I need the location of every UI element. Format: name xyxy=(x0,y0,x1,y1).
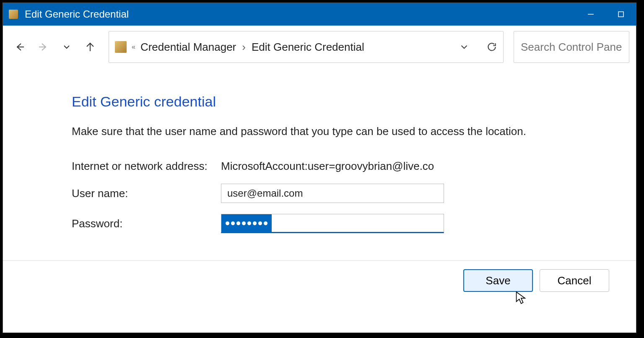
address-bar[interactable]: « Credential Manager › Edit Generic Cred… xyxy=(109,31,504,63)
search-input[interactable] xyxy=(521,41,622,54)
username-row: User name: xyxy=(72,184,636,203)
arrow-left-icon xyxy=(15,42,25,52)
forward-button[interactable] xyxy=(33,37,53,57)
cursor-icon xyxy=(515,291,527,306)
refresh-icon[interactable] xyxy=(486,42,497,52)
save-button[interactable]: Save xyxy=(463,269,533,292)
arrow-right-icon xyxy=(38,42,48,52)
maximize-icon xyxy=(617,10,625,18)
window-controls xyxy=(576,3,636,26)
chevron-down-icon xyxy=(62,42,72,52)
arrow-up-icon xyxy=(85,42,95,52)
titlebar[interactable]: Edit Generic Credential xyxy=(3,3,636,26)
page-description: Make sure that the user name and passwor… xyxy=(72,125,636,138)
back-button[interactable] xyxy=(10,37,30,57)
password-row: Password: xyxy=(72,214,636,233)
breadcrumb-item[interactable]: Credential Manager xyxy=(140,41,236,54)
search-box[interactable] xyxy=(514,31,629,63)
credential-icon xyxy=(115,41,127,53)
footer-bar: Save Cancel xyxy=(3,260,636,333)
window-frame: Edit Generic Credential « Credentia xyxy=(3,3,636,333)
chevron-down-icon[interactable] xyxy=(459,42,470,52)
cancel-button[interactable]: Cancel xyxy=(540,269,609,292)
address-value: MicrosoftAccount:user=groovybrian@live.c… xyxy=(221,160,434,173)
username-label: User name: xyxy=(72,187,221,200)
address-row: Internet or network address: MicrosoftAc… xyxy=(72,160,636,173)
username-input[interactable] xyxy=(221,184,444,203)
page-title: Edit Generic credential xyxy=(72,94,636,110)
breadcrumb-item[interactable]: Edit Generic Credential xyxy=(252,41,364,54)
minimize-button[interactable] xyxy=(576,3,606,26)
content-area: Edit Generic credential Make sure that t… xyxy=(3,68,636,260)
maximize-button[interactable] xyxy=(606,3,636,26)
history-dropdown[interactable] xyxy=(57,37,77,57)
breadcrumb: Credential Manager › Edit Generic Creden… xyxy=(140,41,364,54)
svg-rect-1 xyxy=(618,12,623,17)
chevron-right-icon: › xyxy=(242,41,246,54)
password-input[interactable] xyxy=(221,214,444,233)
window-title: Edit Generic Credential xyxy=(25,8,129,20)
password-selection xyxy=(221,214,272,232)
password-label: Password: xyxy=(72,217,221,230)
breadcrumb-overflow-icon: « xyxy=(132,43,135,51)
navigation-toolbar: « Credential Manager › Edit Generic Cred… xyxy=(3,26,636,68)
minimize-icon xyxy=(587,10,595,18)
address-label: Internet or network address: xyxy=(72,160,221,173)
up-button[interactable] xyxy=(80,37,100,57)
app-icon xyxy=(9,10,18,19)
